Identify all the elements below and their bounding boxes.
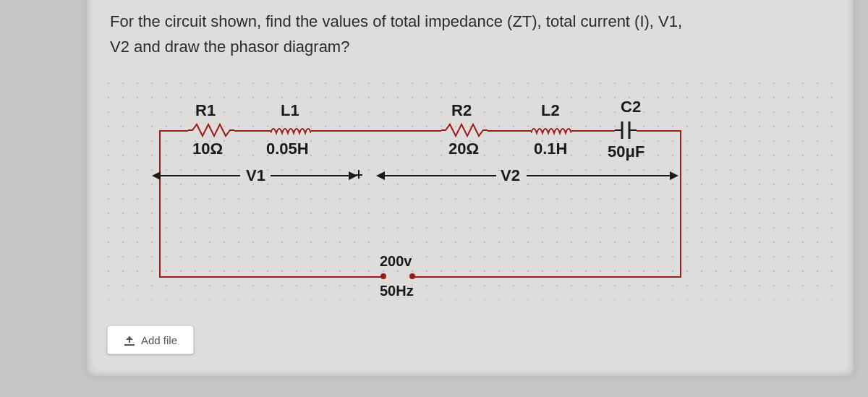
label-r1-name: R1 <box>195 101 216 120</box>
wire <box>488 130 531 132</box>
question-line1: For the circuit shown, find the values o… <box>110 12 682 30</box>
wire <box>234 130 271 132</box>
resistor-r1 <box>188 123 234 137</box>
arrow-v1-right <box>349 171 357 180</box>
label-source-voltage: 200v <box>380 253 412 270</box>
arrow-v2-line <box>385 175 496 176</box>
wire <box>159 276 383 278</box>
wire <box>637 130 680 132</box>
source-terminal <box>380 273 386 279</box>
label-r2-name: R2 <box>451 101 472 120</box>
label-r1-value: 10Ω <box>192 140 223 158</box>
resistor-r2 <box>441 123 488 137</box>
source-terminal <box>409 273 415 279</box>
label-c2-name: C2 <box>621 98 641 116</box>
arrow-v2-right <box>670 171 678 180</box>
arrow-v1-line2 <box>271 175 350 176</box>
label-l1-name: L1 <box>281 101 299 120</box>
wire <box>159 130 161 278</box>
upload-icon <box>124 334 135 346</box>
label-l2-name: L2 <box>541 101 560 120</box>
arrow-v2-left <box>376 171 385 180</box>
inductor-l1 <box>271 124 311 136</box>
wire <box>680 130 681 278</box>
wire <box>159 130 188 132</box>
arrow-v1-line <box>161 175 240 176</box>
inductor-l2 <box>531 124 571 136</box>
wire <box>311 130 441 132</box>
wire <box>571 130 615 132</box>
wire <box>412 276 681 278</box>
label-r2-value: 20Ω <box>448 140 479 158</box>
label-l1-value: 0.05H <box>266 140 309 158</box>
label-c2-value: 50μF <box>608 142 644 161</box>
capacitor-c2 <box>615 119 637 142</box>
arrow-v1-left <box>152 171 161 180</box>
question-text: For the circuit shown, find the values o… <box>110 9 761 59</box>
add-file-label: Add file <box>141 334 177 346</box>
add-file-button[interactable]: Add file <box>107 325 194 354</box>
label-source-frequency: 50Hz <box>380 283 414 299</box>
arrow-v2-line2 <box>527 175 671 176</box>
circuit-diagram: R1 10Ω L1 0.05H R2 20Ω L2 0.1H C2 50μF V… <box>101 76 839 300</box>
label-v2: V2 <box>501 166 520 185</box>
question-line2: V2 and draw the phasor diagram? <box>110 38 349 56</box>
label-l2-value: 0.1H <box>534 140 567 158</box>
label-v1: V1 <box>246 166 265 185</box>
